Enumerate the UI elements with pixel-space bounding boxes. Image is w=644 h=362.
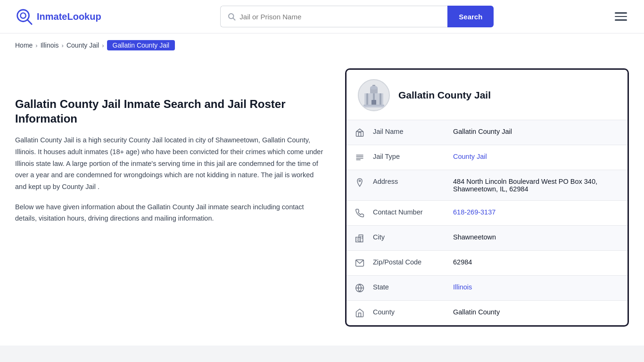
city-label: City (373, 226, 453, 248)
svg-rect-21 (356, 237, 361, 242)
logo[interactable]: InmateLookup (15, 8, 101, 25)
svg-rect-8 (366, 93, 368, 106)
svg-point-2 (20, 13, 25, 18)
jail-type-value: County Jail (453, 145, 627, 168)
state-value: Illinois (453, 276, 627, 298)
zip-label: Zip/Postal Code (373, 251, 453, 273)
contact-link[interactable]: 618-269-3137 (453, 208, 495, 216)
state-label: State (373, 276, 453, 298)
breadcrumb-illinois[interactable]: Illinois (41, 41, 59, 49)
breadcrumb-current: Gallatin County Jail (107, 40, 175, 50)
header: InmateLookup Search (0, 0, 644, 33)
info-row-jail-type: Jail Type County Jail (347, 145, 627, 170)
left-panel: Gallatin County Jail Inmate Search and J… (15, 68, 326, 327)
phone-icon (347, 201, 373, 225)
county-value: Gallatin County (453, 301, 627, 323)
building-icon (347, 120, 373, 145)
list-icon (347, 145, 373, 170)
breadcrumb-sep-2: › (62, 42, 64, 49)
info-row-city: City Shawneetown (347, 226, 627, 251)
jail-type-link[interactable]: County Jail (453, 153, 487, 160)
jail-name-value: Gallatin County Jail (453, 120, 627, 143)
search-input-container (220, 6, 447, 27)
globe-icon (347, 276, 373, 300)
info-row-contact: Contact Number 618-269-3137 (347, 201, 627, 226)
address-value: 484 North Lincoln Boulevard West PO Box … (453, 170, 627, 200)
city-value: Shawneetown (453, 226, 627, 248)
info-row-zip: Zip/Postal Code 62984 (347, 251, 627, 276)
hamburger-line-2 (615, 16, 627, 17)
hamburger-line-1 (615, 12, 627, 14)
menu-button[interactable] (613, 10, 629, 23)
breadcrumb-sep-3: › (102, 42, 104, 49)
info-row-jail-name: Jail Name Gallatin County Jail (347, 120, 627, 145)
logo-text: InmateLookup (37, 11, 101, 22)
breadcrumb-county-jail[interactable]: County Jail (66, 41, 99, 49)
search-bar: Search (220, 6, 494, 27)
logo-brand: Inmate (37, 11, 67, 22)
building-avatar-icon (362, 83, 386, 107)
city-icon (347, 226, 373, 250)
page-description-1: Gallatin County Jail is a high security … (15, 134, 326, 192)
contact-value: 618-269-3137 (453, 201, 627, 223)
avatar (358, 79, 390, 111)
svg-point-20 (359, 180, 360, 181)
svg-rect-12 (363, 105, 384, 106)
svg-line-4 (233, 18, 235, 20)
breadcrumb-sep-1: › (35, 42, 37, 49)
search-input[interactable] (239, 13, 441, 21)
svg-rect-13 (363, 106, 385, 107)
county-label: County (373, 301, 453, 323)
state-link[interactable]: Illinois (453, 283, 472, 291)
info-row-state: State Illinois (347, 276, 627, 301)
logo-icon (15, 8, 33, 25)
svg-point-14 (370, 86, 378, 90)
search-button[interactable]: Search (447, 6, 494, 27)
search-icon (227, 12, 236, 21)
info-table: Jail Name Gallatin County Jail Jail Type… (347, 120, 627, 325)
footer (0, 346, 644, 362)
svg-rect-10 (380, 93, 381, 106)
info-row-address: Address 484 North Lincoln Boulevard West… (347, 170, 627, 201)
zip-icon (347, 251, 373, 275)
contact-label: Contact Number (373, 201, 453, 223)
jail-type-label: Jail Type (373, 145, 453, 168)
info-row-county: County Gallatin County (347, 301, 627, 325)
zip-value: 62984 (453, 251, 627, 273)
address-label: Address (373, 170, 453, 193)
card-header: Gallatin County Jail (347, 70, 627, 120)
jail-name-label: Jail Name (373, 120, 453, 143)
jail-info-card: Gallatin County Jail Jail Name Gallatin … (345, 68, 629, 327)
main-content: Gallatin County Jail Inmate Search and J… (0, 57, 644, 346)
hamburger-line-3 (615, 19, 627, 21)
breadcrumb-home[interactable]: Home (15, 41, 33, 49)
breadcrumb: Home › Illinois › County Jail › Gallatin… (0, 33, 644, 57)
svg-line-1 (28, 20, 32, 25)
card-title: Gallatin County Jail (398, 90, 491, 101)
page-description-2: Below we have given information about th… (15, 201, 326, 224)
county-icon (347, 301, 373, 325)
page-title: Gallatin County Jail Inmate Search and J… (15, 97, 326, 126)
location-icon (347, 170, 373, 195)
